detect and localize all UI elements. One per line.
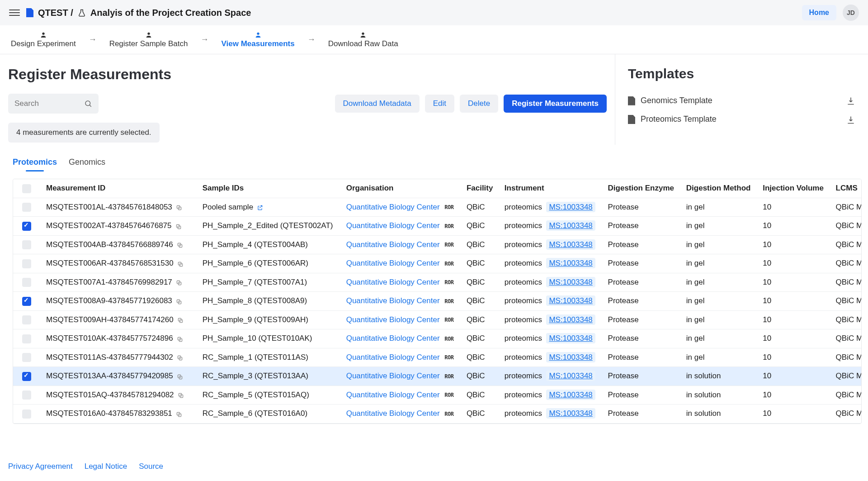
instrument-link[interactable]: MS:1003348 xyxy=(546,258,595,268)
row-checkbox[interactable] xyxy=(22,410,31,419)
row-checkbox[interactable] xyxy=(22,222,31,231)
table-row[interactable]: MSQTEST011AS-437845777944302RC_Sample_1 … xyxy=(13,348,861,367)
step-register-sample-batch[interactable]: Register Sample Batch xyxy=(109,31,188,48)
table-row[interactable]: MSQTEST015AQ-437845781294082RC_Sample_5 … xyxy=(13,386,861,405)
instrument-link[interactable]: MS:1003348 xyxy=(546,314,595,325)
column-header[interactable]: Facility xyxy=(461,179,499,198)
column-header[interactable]: Organisation xyxy=(341,179,461,198)
row-checkbox[interactable] xyxy=(22,203,31,212)
edit-button[interactable]: Edit xyxy=(425,95,454,113)
delete-button[interactable]: Delete xyxy=(460,95,498,113)
row-checkbox[interactable] xyxy=(22,278,31,287)
instrument-link[interactable]: MS:1003348 xyxy=(546,239,595,250)
instrument-link[interactable]: MS:1003348 xyxy=(546,277,595,287)
row-checkbox[interactable] xyxy=(22,391,31,400)
copy-icon[interactable] xyxy=(175,222,182,229)
organisation-link[interactable]: Quantitative Biology Center xyxy=(346,315,440,324)
table-row[interactable]: MSQTEST001AL-437845761848053Pooled sampl… xyxy=(13,198,861,217)
search-field[interactable] xyxy=(14,99,78,108)
row-checkbox[interactable] xyxy=(22,240,31,249)
column-header[interactable]: Digestion Enzyme xyxy=(603,179,681,198)
table-scroll[interactable]: Measurement IDSample IDsOrganisationFaci… xyxy=(13,179,861,424)
search-input[interactable] xyxy=(8,94,99,114)
copy-icon[interactable] xyxy=(176,204,182,211)
copy-icon[interactable] xyxy=(177,241,183,248)
home-button[interactable]: Home xyxy=(802,5,836,20)
footer-link-source[interactable]: Source xyxy=(139,462,163,471)
measurement-id: MSQTEST008A9-437845771926083 xyxy=(46,296,172,305)
sample-id: PH_Sample_9 (QTEST009AH) xyxy=(203,315,308,324)
organisation-link[interactable]: Quantitative Biology Center xyxy=(346,391,440,399)
table-row[interactable]: MSQTEST017A8-437845784873746RC_Sample_7 … xyxy=(13,423,861,424)
instrument-link[interactable]: MS:1003348 xyxy=(546,352,595,362)
step-view-measurements[interactable]: View Measurements xyxy=(222,31,295,48)
external-link-icon[interactable] xyxy=(257,204,263,211)
select-all-checkbox[interactable] xyxy=(22,184,31,193)
tab-proteomics[interactable]: Proteomics xyxy=(13,157,57,171)
copy-icon[interactable] xyxy=(177,260,184,267)
ror-icon: ROR xyxy=(444,223,453,229)
organisation-link[interactable]: Quantitative Biology Center xyxy=(346,334,440,343)
table-row[interactable]: MSQTEST007A1-437845769982917PH_Sample_7 … xyxy=(13,273,861,292)
organisation-link[interactable]: Quantitative Biology Center xyxy=(346,221,440,230)
copy-icon[interactable] xyxy=(177,316,184,324)
organisation-link[interactable]: Quantitative Biology Center xyxy=(346,353,440,362)
organisation-link[interactable]: Quantitative Biology Center xyxy=(346,409,440,418)
table-row[interactable]: MSQTEST016A0-437845783293851RC_Sample_6 … xyxy=(13,405,861,424)
download-metadata-button[interactable]: Download Metadata xyxy=(335,95,420,113)
organisation-link[interactable]: Quantitative Biology Center xyxy=(346,259,440,267)
register-measurements-button[interactable]: Register Measurements xyxy=(504,95,607,113)
row-checkbox[interactable] xyxy=(22,315,31,324)
row-checkbox[interactable] xyxy=(22,259,31,268)
instrument-link[interactable]: MS:1003348 xyxy=(546,202,595,212)
organisation-link[interactable]: Quantitative Biology Center xyxy=(346,278,440,286)
instrument-link[interactable]: MS:1003348 xyxy=(546,333,595,343)
footer-link-legal-notice[interactable]: Legal Notice xyxy=(85,462,127,471)
organisation-link[interactable]: Quantitative Biology Center xyxy=(346,240,440,249)
step-design-experiment[interactable]: Design Experiment xyxy=(11,31,76,48)
row-checkbox[interactable] xyxy=(22,372,31,381)
table-row[interactable]: MSQTEST004AB-437845766889746PH_Sample_4 … xyxy=(13,235,861,254)
table-row[interactable]: MSQTEST009AH-437845774174260PH_Sample_9 … xyxy=(13,310,861,329)
instrument-link[interactable]: MS:1003348 xyxy=(546,408,595,419)
download-icon[interactable] xyxy=(846,114,855,124)
template-name: Genomics Template xyxy=(641,96,712,105)
sample-id: PH_Sample_4 (QTEST004AB) xyxy=(203,240,308,249)
instrument-link[interactable]: MS:1003348 xyxy=(546,295,595,306)
row-checkbox[interactable] xyxy=(22,353,31,362)
column-header[interactable]: Digestion Method xyxy=(681,179,757,198)
copy-icon[interactable] xyxy=(178,391,184,399)
download-icon[interactable] xyxy=(846,96,855,105)
organisation-link[interactable]: Quantitative Biology Center xyxy=(346,371,440,380)
column-header[interactable]: Measurement ID xyxy=(41,179,197,198)
copy-icon[interactable] xyxy=(176,410,182,417)
tab-genomics[interactable]: Genomics xyxy=(69,157,105,171)
column-header[interactable]: Instrument xyxy=(499,179,603,198)
row-checkbox[interactable] xyxy=(22,297,31,306)
organisation-link[interactable]: Quantitative Biology Center xyxy=(346,296,440,305)
copy-icon[interactable] xyxy=(177,354,183,361)
step-label: Register Sample Batch xyxy=(109,39,188,48)
menu-icon[interactable] xyxy=(9,7,20,18)
column-header[interactable]: LCMS xyxy=(830,179,861,198)
table-row[interactable]: MSQTEST002AT-437845764676875PH_Sample_2_… xyxy=(13,217,861,236)
avatar[interactable]: JD xyxy=(843,5,859,21)
copy-icon[interactable] xyxy=(176,297,182,305)
table-row[interactable]: MSQTEST013AA-437845779420985RC_Sample_3 … xyxy=(13,367,861,386)
copy-icon[interactable] xyxy=(177,372,183,380)
copy-icon[interactable] xyxy=(177,335,183,342)
footer-link-privacy-agreement[interactable]: Privacy Agreement xyxy=(8,462,73,471)
organisation-link[interactable]: Quantitative Biology Center xyxy=(346,203,440,211)
instrument-link[interactable]: MS:1003348 xyxy=(546,390,595,400)
copy-icon[interactable] xyxy=(176,279,182,286)
instrument-link[interactable]: MS:1003348 xyxy=(546,220,595,231)
table-row[interactable]: MSQTEST010AK-437845775724896PH_Sample_10… xyxy=(13,329,861,348)
step-download-raw-data[interactable]: Download Raw Data xyxy=(328,31,398,48)
column-header[interactable]: Sample IDs xyxy=(197,179,341,198)
row-checkbox[interactable] xyxy=(22,334,31,343)
table-row[interactable]: MSQTEST008A9-437845771926083PH_Sample_8 … xyxy=(13,292,861,311)
column-header[interactable]: Injection Volume xyxy=(757,179,830,198)
instrument-link[interactable]: MS:1003348 xyxy=(546,371,595,381)
table-row[interactable]: MSQTEST006AR-437845768531530PH_Sample_6 … xyxy=(13,254,861,273)
lcms-cell: QBiC Meth xyxy=(830,423,861,424)
